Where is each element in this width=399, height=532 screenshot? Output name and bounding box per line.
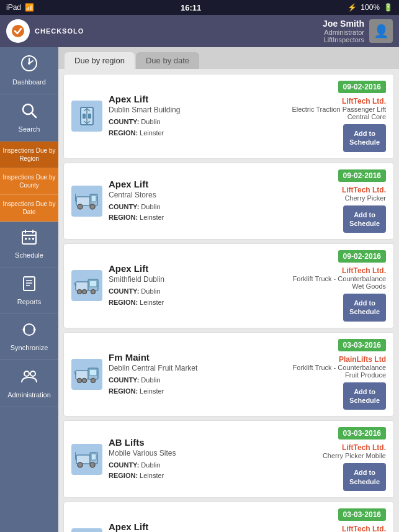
site-name: Smithfield Dublin xyxy=(109,275,280,284)
card-right: 09-02-2016 LiftTech Ltd. Forklift Truck … xyxy=(287,250,386,322)
card-body: Fm Maint Deblin Central Fruit Market COU… xyxy=(109,352,280,397)
sidebar-item-by-region[interactable]: Inspections Due by Region xyxy=(0,142,58,168)
svg-rect-26 xyxy=(91,196,96,202)
table-row: Apex Lift Central Stores COUNTY: Dublin … xyxy=(63,163,394,240)
company-equip: PlainLifts Ltd Forklift Truck - Counterb… xyxy=(287,355,386,379)
company-name: Apex Lift xyxy=(109,179,332,189)
svg-rect-38 xyxy=(76,371,88,379)
company-name: Apex Lift xyxy=(109,521,280,532)
sidebar-item-administration[interactable]: Administration xyxy=(0,360,58,407)
equipment-name: Cherry Picker xyxy=(344,194,386,202)
schedule-icon xyxy=(21,229,37,249)
svg-rect-31 xyxy=(76,282,88,291)
svg-point-0 xyxy=(12,25,24,37)
card-right: 03-03-2016 PlainLifts Ltd Forklift Truck… xyxy=(287,339,386,410)
table-row: Apex Lift North West Dublin COUNTY: Dubl… xyxy=(63,502,394,532)
svg-point-28 xyxy=(90,204,95,209)
company-name: Apex Lift xyxy=(109,263,280,274)
sidebar-item-reports[interactable]: Reports xyxy=(0,268,58,314)
svg-rect-12 xyxy=(24,277,35,291)
svg-point-49 xyxy=(90,462,95,467)
dashboard-icon xyxy=(20,55,38,76)
search-icon xyxy=(20,102,38,123)
lift-company: PlainLifts Ltd xyxy=(339,355,386,364)
tab-by-date[interactable]: Due by date xyxy=(136,52,199,69)
equipment-icon xyxy=(71,444,102,475)
content-area: Due by region Due by date Apex Lift Dubl… xyxy=(58,47,399,532)
search-label: Search xyxy=(19,125,40,133)
county-label: COUNTY: Dublin xyxy=(109,376,161,384)
add-to-schedule-button[interactable]: Add toSchedule xyxy=(343,382,386,410)
svg-rect-33 xyxy=(89,281,97,287)
date-badge: 09-02-2016 xyxy=(338,169,386,182)
site-name: Mobile Various Sites xyxy=(109,449,316,458)
company-equip: LiftTech Ltd. Cherry Picker Mobile xyxy=(323,443,386,459)
sidebar-item-by-county[interactable]: Inspections Due by County xyxy=(0,168,58,195)
administration-label: Administration xyxy=(7,391,51,399)
card-body: Apex Lift Dublin Smart Building COUNTY: … xyxy=(109,94,280,138)
company-name: AB Lifts xyxy=(109,437,316,448)
svg-rect-11 xyxy=(32,238,34,240)
logo-area: CHECKSOLO xyxy=(6,19,84,43)
administration-icon xyxy=(20,367,38,389)
county-label: COUNTY: Dublin xyxy=(109,203,161,210)
user-name: Joe Smith xyxy=(323,19,364,29)
device-label: iPad xyxy=(6,3,21,12)
county-label: COUNTY: Dublin xyxy=(109,287,161,295)
tab-by-region[interactable]: Due by region xyxy=(65,52,135,69)
status-bar-left: iPad 📶 xyxy=(6,3,34,12)
user-info: Joe Smith Administrator LiftInspectors 👤 xyxy=(323,19,393,43)
svg-point-19 xyxy=(30,371,35,376)
inspection-list: Apex Lift Dublin Smart Building COUNTY: … xyxy=(58,69,399,532)
add-to-schedule-button[interactable]: Add toSchedule xyxy=(343,463,386,491)
sidebar-item-search[interactable]: Search xyxy=(0,94,58,142)
svg-point-43 xyxy=(91,379,96,383)
site-name: Deblin Central Fruit Market xyxy=(109,364,280,372)
county-label: COUNTY: Dublin xyxy=(109,461,161,469)
date-badge: 03-03-2016 xyxy=(338,508,386,521)
lift-company: LiftTech Ltd. xyxy=(342,97,386,106)
equipment-name: Forklift Truck - Counterbalance Wet Good… xyxy=(287,275,386,290)
date-badge: 03-03-2016 xyxy=(338,339,386,351)
card-meta: COUNTY: Dublin REGION: Leinster xyxy=(109,117,280,138)
company-name: Apex Lift xyxy=(109,94,280,104)
svg-rect-9 xyxy=(25,238,27,240)
table-row: Fm Maint Deblin Central Fruit Market COU… xyxy=(63,332,394,417)
add-to-schedule-button[interactable]: Add toSchedule xyxy=(343,124,386,152)
card-meta: COUNTY: Dublin REGION: Leinster xyxy=(109,286,280,308)
logo-icon xyxy=(6,19,30,43)
equipment-icon xyxy=(71,186,102,217)
sync-icon xyxy=(21,322,37,341)
date-badge: 09-02-2016 xyxy=(338,250,386,263)
synchronize-label: Synchronize xyxy=(11,344,48,352)
equipment-name: Cherry Picker Mobile xyxy=(323,452,386,459)
header: CHECKSOLO Joe Smith Administrator LiftIn… xyxy=(0,15,399,47)
sidebar-item-dashboard[interactable]: Dashboard xyxy=(0,47,58,94)
equipment-icon xyxy=(71,101,102,132)
equipment-icon xyxy=(71,270,102,301)
sidebar-item-synchronize[interactable]: Synchronize xyxy=(0,314,58,360)
company-name: Fm Maint xyxy=(109,352,280,363)
company-equip: LiftTech Ltd. Electric Traction MRL Pass… xyxy=(287,525,386,532)
table-row: Apex Lift Smithfield Dublin COUNTY: Dubl… xyxy=(63,243,394,328)
equipment-icon xyxy=(71,359,102,390)
date-badge: 09-02-2016 xyxy=(338,81,386,93)
battery-icon: 🔋 xyxy=(383,3,393,12)
region-label: REGION: Leinster xyxy=(109,129,164,137)
region-label: REGION: Leinster xyxy=(109,387,164,395)
svg-point-18 xyxy=(24,371,29,376)
sidebar-item-by-date[interactable]: Inspections Due by Date xyxy=(0,195,58,222)
company-equip: LiftTech Ltd. Cherry Picker xyxy=(342,186,386,202)
region-label: REGION: Leinster xyxy=(109,214,164,221)
add-to-schedule-button[interactable]: Add toSchedule xyxy=(343,294,386,322)
equipment-icon xyxy=(71,528,102,532)
card-right: 09-02-2016 LiftTech Ltd. Electric Tracti… xyxy=(287,81,386,152)
sidebar-item-schedule[interactable]: Schedule xyxy=(0,222,58,268)
region-label: REGION: Leinster xyxy=(109,472,164,479)
status-bar: iPad 📶 16:11 ⚡ 100% 🔋 xyxy=(0,0,399,15)
user-role: Administrator xyxy=(323,29,364,36)
site-name: Central Stores xyxy=(109,191,332,199)
table-row: AB Lifts Mobile Various Sites COUNTY: Du… xyxy=(63,420,394,498)
card-right: 09-02-2016 LiftTech Ltd. Cherry Picker A… xyxy=(338,169,386,233)
add-to-schedule-button[interactable]: Add toSchedule xyxy=(343,205,386,233)
